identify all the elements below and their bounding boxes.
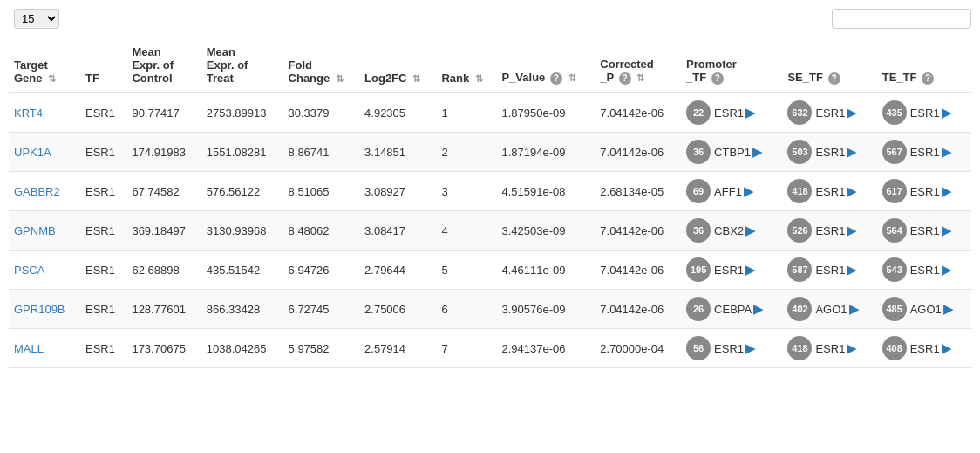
cell-tf: ESR1 xyxy=(80,251,126,290)
te-tf-plus[interactable]: ▶ xyxy=(942,184,951,198)
col-te-tf: TE_TF ? xyxy=(877,38,971,93)
sort-icon-corrected-p[interactable]: ⇅ xyxy=(636,72,644,84)
search-bar-group xyxy=(827,9,971,29)
table-row: MALLESR1173.706751038.042655.975822.5791… xyxy=(9,329,971,368)
promoter-badge: 36 xyxy=(686,218,711,243)
se-tf-plus[interactable]: ▶ xyxy=(847,106,856,120)
te-badge: 617 xyxy=(882,179,907,203)
cell-rank: 1 xyxy=(436,93,496,133)
sort-icon-rank[interactable]: ⇅ xyxy=(475,73,483,85)
cell-mean-treat: 2753.89913 xyxy=(201,93,283,133)
cell-se-tf: 503 ESR1▶ xyxy=(782,133,876,172)
promoter-tf-plus[interactable]: ▶ xyxy=(745,263,755,277)
se-tf-plus[interactable]: ▶ xyxy=(847,263,856,277)
cell-log2fc: 4.92305 xyxy=(359,93,436,133)
cell-mean-treat: 435.51542 xyxy=(201,251,283,290)
target-gene-link[interactable]: GABBR2 xyxy=(14,185,60,198)
promoter-badge: 195 xyxy=(686,257,711,282)
table-row: UPK1AESR1174.919831551.082818.867413.148… xyxy=(9,133,971,172)
sort-icon-log2fc[interactable]: ⇅ xyxy=(412,73,420,85)
te-tf-plus[interactable]: ▶ xyxy=(942,145,951,159)
te-tf-plus[interactable]: ▶ xyxy=(942,106,951,120)
cell-rank: 5 xyxy=(436,251,496,290)
cell-fold-change: 30.3379 xyxy=(283,93,360,133)
te-tf-plus[interactable]: ▶ xyxy=(943,302,953,316)
search-input[interactable] xyxy=(832,9,971,29)
cell-log2fc: 2.57914 xyxy=(359,329,436,368)
col-mean-treat: MeanExpr. ofTreat xyxy=(201,38,283,93)
cell-mean-treat: 1551.08281 xyxy=(201,133,283,172)
te-tf-label: ESR1 xyxy=(910,146,940,159)
te-tf-label: ESR1 xyxy=(910,264,940,277)
se-tf-label: ESR1 xyxy=(815,264,845,277)
target-gene-link[interactable]: UPK1A xyxy=(14,146,51,159)
te-tf-plus[interactable]: ▶ xyxy=(942,341,951,355)
cell-promoter-tf: 22 ESR1▶ xyxy=(681,93,782,133)
cell-mean-treat: 1038.04265 xyxy=(201,329,283,368)
se-tf-plus[interactable]: ▶ xyxy=(847,145,856,159)
cell-pvalue: 1.87950e-09 xyxy=(496,93,595,133)
cell-log2fc: 3.08927 xyxy=(359,172,436,211)
cell-target-gene: KRT4 xyxy=(9,93,80,133)
se-tf-plus[interactable]: ▶ xyxy=(847,223,856,237)
se-tf-label: ESR1 xyxy=(815,185,845,198)
promoter-tf-label: CEBPA xyxy=(714,303,752,316)
te-tf-help-icon[interactable]: ? xyxy=(922,72,934,85)
target-gene-link[interactable]: GPR109B xyxy=(14,303,65,316)
cell-corrected-p: 2.68134e-05 xyxy=(595,172,681,211)
cell-tf: ESR1 xyxy=(80,133,126,172)
col-fold-change: FoldChange ⇅ xyxy=(283,38,360,93)
se-badge: 587 xyxy=(787,257,812,282)
se-tf-label: ESR1 xyxy=(815,106,845,120)
cell-te-tf: 435 ESR1▶ xyxy=(877,93,971,133)
promoter-tf-plus[interactable]: ▶ xyxy=(745,106,755,120)
cell-mean-control: 174.91983 xyxy=(126,133,201,172)
promoter-tf-plus[interactable]: ▶ xyxy=(745,223,755,237)
cell-mean-control: 90.77417 xyxy=(126,93,201,133)
cell-se-tf: 632 ESR1▶ xyxy=(782,93,876,133)
corrected-p-help-icon[interactable]: ? xyxy=(619,72,631,85)
cell-mean-control: 62.68898 xyxy=(126,251,201,290)
se-tf-plus[interactable]: ▶ xyxy=(849,302,859,316)
se-tf-help-icon[interactable]: ? xyxy=(828,72,840,85)
sort-icon-target-gene[interactable]: ⇅ xyxy=(48,73,56,85)
cell-se-tf: 587 ESR1▶ xyxy=(782,251,876,290)
se-tf-plus[interactable]: ▶ xyxy=(847,341,856,355)
target-gene-link[interactable]: MALL xyxy=(14,342,44,355)
table-header: TargetGene ⇅ TF MeanExpr. ofControl Mean… xyxy=(9,38,971,93)
promoter-tf-help-icon[interactable]: ? xyxy=(711,72,724,85)
target-gene-link[interactable]: PSCA xyxy=(14,264,44,277)
promoter-tf-plus[interactable]: ▶ xyxy=(752,145,762,159)
cell-rank: 6 xyxy=(436,290,496,329)
cell-corrected-p: 7.04142e-06 xyxy=(595,290,681,329)
te-tf-plus[interactable]: ▶ xyxy=(942,263,951,277)
col-se-tf: SE_TF ? xyxy=(782,38,876,93)
te-badge: 435 xyxy=(882,100,907,125)
se-badge: 418 xyxy=(787,336,812,360)
cell-promoter-tf: 36 CTBP1▶ xyxy=(681,133,782,172)
col-pvalue: P_Value ? ⇅ xyxy=(496,38,595,93)
cell-log2fc: 2.75006 xyxy=(359,290,436,329)
sort-icon-fold-change[interactable]: ⇅ xyxy=(336,73,344,85)
sort-icon-pvalue[interactable]: ⇅ xyxy=(568,72,576,84)
se-badge: 503 xyxy=(787,140,812,164)
cell-target-gene: GPR109B xyxy=(9,290,80,329)
cell-log2fc: 3.14851 xyxy=(359,133,436,172)
table-row: GPNMBESR1369.184973130.939688.480623.084… xyxy=(9,211,971,251)
promoter-tf-plus[interactable]: ▶ xyxy=(744,184,753,198)
promoter-tf-plus[interactable]: ▶ xyxy=(753,302,763,316)
cell-tf: ESR1 xyxy=(80,329,126,368)
se-tf-plus[interactable]: ▶ xyxy=(847,184,856,198)
promoter-tf-plus[interactable]: ▶ xyxy=(745,341,755,355)
te-tf-plus[interactable]: ▶ xyxy=(942,223,951,237)
promoter-tf-label: ESR1 xyxy=(714,106,744,120)
cell-target-gene: MALL xyxy=(9,329,80,368)
cell-pvalue: 4.51591e-08 xyxy=(496,172,595,211)
se-badge: 418 xyxy=(787,179,812,203)
pvalue-help-icon[interactable]: ? xyxy=(550,72,562,85)
target-gene-link[interactable]: KRT4 xyxy=(14,106,43,120)
cell-corrected-p: 7.04142e-06 xyxy=(595,251,681,290)
target-gene-link[interactable]: GPNMB xyxy=(14,224,56,237)
entries-select[interactable]: 10152550100 xyxy=(14,9,59,29)
cell-rank: 7 xyxy=(436,329,496,368)
